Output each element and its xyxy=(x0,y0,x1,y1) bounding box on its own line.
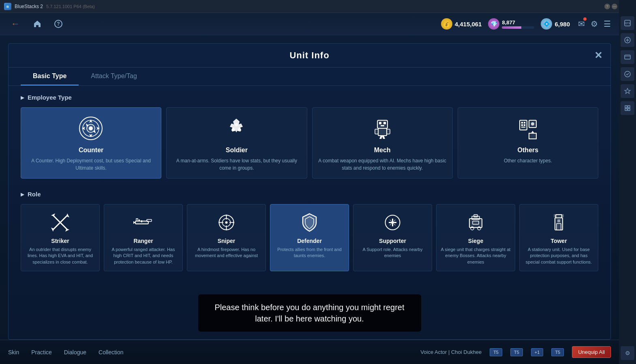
siege-role-name: Siege xyxy=(468,238,483,244)
ranger-role-icon xyxy=(131,210,156,234)
svg-rect-57 xyxy=(556,215,562,218)
svg-rect-61 xyxy=(557,224,561,230)
side-btn-4[interactable] xyxy=(621,67,634,81)
bottom-nav: Skin Practice Dialogue Collection Voice … xyxy=(0,340,619,364)
help-button[interactable]: ? xyxy=(604,4,610,9)
bottom-tab-dialogue[interactable]: Dialogue xyxy=(64,347,86,357)
siege-role-icon xyxy=(464,210,488,234)
bottom-tab-collection[interactable]: Collection xyxy=(99,347,123,357)
tab-attack-type[interactable]: Attack Type/Tag xyxy=(79,68,149,85)
svg-rect-59 xyxy=(561,215,563,217)
mech-name: Mech xyxy=(374,147,391,154)
side-panel: RPK ⚙ xyxy=(619,0,636,364)
striker-role-name: Striker xyxy=(51,238,69,244)
bottom-tab-skin[interactable]: Skin xyxy=(8,347,19,357)
striker-role-icon xyxy=(48,210,73,234)
employee-card-soldier[interactable]: Soldier A man-at-arms. Soldiers have low… xyxy=(166,107,307,179)
crystal-icon: 💠 xyxy=(541,18,552,30)
employee-card-others[interactable]: Others Other character types. xyxy=(458,107,598,179)
role-section: ▶ Role xyxy=(21,191,598,271)
back-button[interactable]: ← xyxy=(8,17,23,31)
overlay-message: Please think before you do anything you … xyxy=(198,294,421,332)
soldier-name: Soldier xyxy=(226,147,248,154)
defender-role-icon xyxy=(298,210,322,234)
side-btn-3[interactable] xyxy=(621,50,634,64)
gem-resource[interactable]: 💎 8,877 xyxy=(488,18,534,30)
dialog-tabs: Basic Type Attack Type/Tag xyxy=(9,68,610,86)
app-icon: B xyxy=(4,3,11,10)
gold-value: 4,415,061 xyxy=(455,21,482,28)
mail-button[interactable]: ✉ xyxy=(578,19,585,29)
svg-rect-20 xyxy=(383,122,386,124)
rank-badge-3: +1 xyxy=(531,348,544,356)
svg-rect-29 xyxy=(524,124,525,126)
side-btn-1[interactable]: RPK xyxy=(621,16,634,30)
counter-icon xyxy=(77,114,105,143)
nav-bar: ← ? 💰 4,415,061 💎 8,877 xyxy=(0,13,619,35)
side-btn-5[interactable] xyxy=(621,84,634,98)
role-arrow-icon: ▶ xyxy=(21,192,24,197)
soldier-desc: A man-at-arms. Soldiers have low stats, … xyxy=(171,157,302,172)
home-button[interactable] xyxy=(31,17,44,30)
svg-rect-19 xyxy=(379,122,381,124)
svg-rect-28 xyxy=(521,124,523,126)
role-card-supporter[interactable]: Supporter A Support role. Attacks nearby… xyxy=(353,204,432,271)
role-card-ranger[interactable]: Ranger A powerful ranged attacker. Has h… xyxy=(104,204,183,271)
settings-side-btn[interactable]: ⚙ xyxy=(621,346,634,360)
side-btn-6[interactable] xyxy=(621,101,634,115)
svg-rect-24 xyxy=(387,129,390,134)
gem-value: 8,877 xyxy=(502,19,534,26)
svg-rect-18 xyxy=(377,120,388,128)
tab-basic-type[interactable]: Basic Type xyxy=(21,68,79,85)
svg-rect-22 xyxy=(378,128,387,136)
employee-card-mech[interactable]: Mech A combat weapon equipped with AI. M… xyxy=(312,107,453,179)
counter-name: Counter xyxy=(79,147,103,154)
svg-point-32 xyxy=(531,122,534,126)
svg-rect-25 xyxy=(520,120,527,130)
svg-rect-9 xyxy=(625,106,627,108)
employee-section-title: Employee Type xyxy=(28,94,72,101)
svg-rect-11 xyxy=(625,109,627,111)
role-card-siege[interactable]: Siege A siege unit that charges straight… xyxy=(436,204,515,271)
gold-resource[interactable]: 💰 4,415,061 xyxy=(441,18,482,30)
supporter-role-icon xyxy=(381,210,405,234)
title-bar-left: B BlueStacks 2 5.7.121.1001 P64 (Beta) xyxy=(4,3,95,10)
settings-button[interactable]: ⚙ xyxy=(591,19,598,29)
unequip-all-button[interactable]: Unequip All xyxy=(572,346,611,358)
nav-action-icons: ✉ ⚙ ☰ xyxy=(578,19,611,29)
employee-grid: Counter A Counter. High Deployment cost,… xyxy=(21,107,598,179)
mech-icon xyxy=(368,114,396,143)
employee-arrow-icon: ▶ xyxy=(21,95,24,100)
minimize-button[interactable]: — xyxy=(612,4,617,9)
tower-role-name: Tower xyxy=(550,238,567,244)
defender-role-name: Defender xyxy=(297,238,322,244)
role-card-tower[interactable]: Tower A stationary unit. Used for base p… xyxy=(519,204,598,271)
svg-point-41 xyxy=(225,221,228,224)
menu-button[interactable]: ☰ xyxy=(604,19,611,29)
svg-rect-62 xyxy=(557,219,560,222)
help-nav-button[interactable]: ? xyxy=(52,17,65,30)
role-card-striker[interactable]: Striker An outrider that disrupts enemy … xyxy=(21,204,100,271)
svg-point-17 xyxy=(235,123,238,126)
mech-desc: A combat weapon equipped with AI. Mechs … xyxy=(317,157,448,172)
svg-rect-27 xyxy=(524,122,525,123)
dialog-close-button[interactable]: ✕ xyxy=(594,50,602,61)
ranger-role-name: Ranger xyxy=(133,238,153,244)
rank-badge-1: T5 xyxy=(490,348,502,356)
svg-rect-37 xyxy=(139,219,140,221)
defender-role-desc: Protects allies from the front and taunt… xyxy=(274,247,345,259)
employee-card-counter[interactable]: Counter A Counter. High Deployment cost,… xyxy=(21,107,161,179)
dialog-title-bar: Unit Info ✕ xyxy=(9,44,610,68)
gem-bar xyxy=(502,26,534,29)
supporter-role-desc: A Support role. Attacks nearby enemies xyxy=(357,247,428,259)
gem-icon: 💎 xyxy=(488,18,499,30)
crystal-resource[interactable]: 💠 6,980 xyxy=(541,18,570,30)
soldier-icon xyxy=(223,114,251,143)
bottom-tab-practice[interactable]: Practice xyxy=(31,347,52,357)
gem-bar-fill xyxy=(502,26,521,29)
role-card-sniper[interactable]: Sniper A hindmost firepower. Has no move… xyxy=(187,204,266,271)
side-btn-2[interactable] xyxy=(621,33,634,47)
rank-badge-4: T5 xyxy=(551,348,564,356)
mail-badge xyxy=(583,17,587,21)
role-card-defender[interactable]: Defender Protects allies from the front … xyxy=(270,204,349,271)
